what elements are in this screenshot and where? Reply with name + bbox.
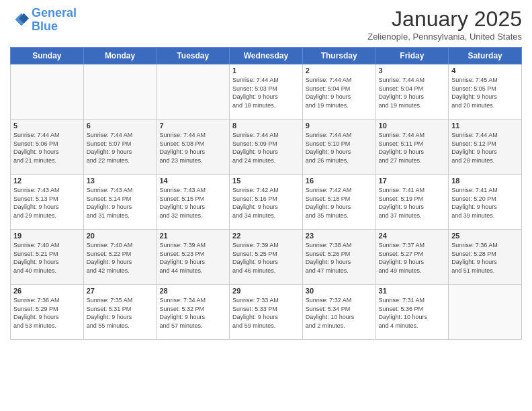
day-number: 28	[159, 287, 226, 295]
day-number: 15	[232, 177, 300, 185]
logo: General Blue	[10, 7, 77, 34]
day-info: Sunrise: 7:43 AM Sunset: 5:13 PM Dayligh…	[13, 186, 81, 220]
day-number: 18	[451, 177, 519, 185]
week-row-3: 12Sunrise: 7:43 AM Sunset: 5:13 PM Dayli…	[11, 175, 522, 230]
day-number: 2	[306, 66, 373, 75]
day-info: Sunrise: 7:43 AM Sunset: 5:14 PM Dayligh…	[87, 186, 154, 220]
day-number: 19	[13, 232, 81, 240]
logo-blue: Blue	[32, 19, 58, 33]
day-info: Sunrise: 7:41 AM Sunset: 5:19 PM Dayligh…	[379, 186, 446, 220]
day-number: 13	[87, 177, 154, 185]
week-row-2: 5Sunrise: 7:44 AM Sunset: 5:06 PM Daylig…	[11, 120, 522, 175]
day-info: Sunrise: 7:39 AM Sunset: 5:23 PM Dayligh…	[159, 241, 226, 275]
day-number: 27	[87, 287, 154, 295]
day-cell: 17Sunrise: 7:41 AM Sunset: 5:19 PM Dayli…	[375, 175, 449, 230]
day-info: Sunrise: 7:41 AM Sunset: 5:20 PM Dayligh…	[451, 186, 519, 220]
day-cell: 22Sunrise: 7:39 AM Sunset: 5:25 PM Dayli…	[230, 230, 303, 285]
day-cell: 5Sunrise: 7:44 AM Sunset: 5:06 PM Daylig…	[11, 120, 84, 175]
page: General Blue January 2025 Zelienople, Pe…	[0, 0, 532, 411]
day-number: 26	[13, 287, 81, 295]
col-tuesday: Tuesday	[157, 48, 230, 64]
day-cell: 16Sunrise: 7:42 AM Sunset: 5:18 PM Dayli…	[302, 175, 375, 230]
logo-general: General	[32, 6, 77, 19]
day-cell	[449, 285, 522, 340]
day-number: 3	[379, 66, 446, 75]
day-info: Sunrise: 7:44 AM Sunset: 5:04 PM Dayligh…	[306, 76, 373, 109]
day-cell: 1Sunrise: 7:44 AM Sunset: 5:03 PM Daylig…	[230, 64, 303, 120]
day-info: Sunrise: 7:42 AM Sunset: 5:18 PM Dayligh…	[306, 186, 373, 220]
day-cell: 21Sunrise: 7:39 AM Sunset: 5:23 PM Dayli…	[157, 230, 230, 285]
day-info: Sunrise: 7:44 AM Sunset: 5:06 PM Dayligh…	[13, 131, 81, 165]
day-info: Sunrise: 7:36 AM Sunset: 5:29 PM Dayligh…	[13, 296, 81, 330]
day-cell: 8Sunrise: 7:44 AM Sunset: 5:09 PM Daylig…	[230, 120, 303, 175]
col-monday: Monday	[83, 48, 157, 64]
day-number: 14	[159, 177, 226, 185]
day-number: 5	[13, 122, 81, 130]
day-number: 29	[232, 287, 300, 295]
calendar-table: Sunday Monday Tuesday Wednesday Thursday…	[10, 47, 522, 340]
day-cell: 10Sunrise: 7:44 AM Sunset: 5:11 PM Dayli…	[375, 120, 449, 175]
day-info: Sunrise: 7:44 AM Sunset: 5:09 PM Dayligh…	[232, 131, 300, 165]
day-info: Sunrise: 7:31 AM Sunset: 5:36 PM Dayligh…	[379, 296, 446, 330]
day-cell: 26Sunrise: 7:36 AM Sunset: 5:29 PM Dayli…	[11, 285, 84, 340]
month-title: January 2025	[367, 7, 522, 32]
day-cell: 3Sunrise: 7:44 AM Sunset: 5:04 PM Daylig…	[375, 64, 449, 120]
day-info: Sunrise: 7:43 AM Sunset: 5:15 PM Dayligh…	[159, 186, 226, 220]
week-row-5: 26Sunrise: 7:36 AM Sunset: 5:29 PM Dayli…	[11, 285, 522, 340]
calendar-header: Sunday Monday Tuesday Wednesday Thursday…	[11, 48, 522, 64]
day-cell: 9Sunrise: 7:44 AM Sunset: 5:10 PM Daylig…	[302, 120, 375, 175]
day-number: 22	[232, 232, 300, 240]
day-info: Sunrise: 7:44 AM Sunset: 5:07 PM Dayligh…	[87, 131, 154, 165]
day-info: Sunrise: 7:34 AM Sunset: 5:32 PM Dayligh…	[159, 296, 226, 330]
day-number: 24	[379, 232, 446, 240]
day-cell: 19Sunrise: 7:40 AM Sunset: 5:21 PM Dayli…	[11, 230, 84, 285]
day-cell	[11, 64, 84, 120]
day-cell: 15Sunrise: 7:42 AM Sunset: 5:16 PM Dayli…	[230, 175, 303, 230]
day-number: 17	[379, 177, 446, 185]
day-cell: 6Sunrise: 7:44 AM Sunset: 5:07 PM Daylig…	[83, 120, 157, 175]
day-info: Sunrise: 7:44 AM Sunset: 5:08 PM Dayligh…	[159, 131, 226, 165]
day-number: 21	[159, 232, 226, 240]
calendar-body: 1Sunrise: 7:44 AM Sunset: 5:03 PM Daylig…	[11, 64, 522, 340]
day-number: 7	[159, 122, 226, 130]
col-sunday: Sunday	[11, 48, 84, 64]
day-cell: 12Sunrise: 7:43 AM Sunset: 5:13 PM Dayli…	[11, 175, 84, 230]
day-cell: 29Sunrise: 7:33 AM Sunset: 5:33 PM Dayli…	[230, 285, 303, 340]
day-info: Sunrise: 7:32 AM Sunset: 5:34 PM Dayligh…	[306, 296, 373, 330]
location: Zelienople, Pennsylvania, United States	[367, 32, 522, 42]
day-cell: 18Sunrise: 7:41 AM Sunset: 5:20 PM Dayli…	[449, 175, 522, 230]
day-number: 8	[232, 122, 300, 130]
week-row-4: 19Sunrise: 7:40 AM Sunset: 5:21 PM Dayli…	[11, 230, 522, 285]
day-info: Sunrise: 7:44 AM Sunset: 5:03 PM Dayligh…	[232, 76, 300, 109]
day-cell	[83, 64, 157, 120]
day-info: Sunrise: 7:44 AM Sunset: 5:11 PM Dayligh…	[379, 131, 446, 165]
day-cell: 24Sunrise: 7:37 AM Sunset: 5:27 PM Dayli…	[375, 230, 449, 285]
week-row-1: 1Sunrise: 7:44 AM Sunset: 5:03 PM Daylig…	[11, 64, 522, 120]
header: General Blue January 2025 Zelienople, Pe…	[10, 7, 522, 42]
day-cell: 14Sunrise: 7:43 AM Sunset: 5:15 PM Dayli…	[157, 175, 230, 230]
day-info: Sunrise: 7:44 AM Sunset: 5:10 PM Dayligh…	[306, 131, 373, 165]
day-cell: 31Sunrise: 7:31 AM Sunset: 5:36 PM Dayli…	[375, 285, 449, 340]
day-info: Sunrise: 7:44 AM Sunset: 5:04 PM Dayligh…	[379, 76, 446, 109]
logo-text: General Blue	[32, 7, 77, 34]
day-info: Sunrise: 7:44 AM Sunset: 5:12 PM Dayligh…	[451, 131, 519, 165]
day-cell	[157, 64, 230, 120]
day-cell: 7Sunrise: 7:44 AM Sunset: 5:08 PM Daylig…	[157, 120, 230, 175]
day-info: Sunrise: 7:38 AM Sunset: 5:26 PM Dayligh…	[306, 241, 373, 275]
day-number: 31	[379, 287, 446, 295]
day-number: 20	[87, 232, 154, 240]
day-cell: 25Sunrise: 7:36 AM Sunset: 5:28 PM Dayli…	[449, 230, 522, 285]
col-thursday: Thursday	[302, 48, 375, 64]
day-number: 16	[306, 177, 373, 185]
day-info: Sunrise: 7:33 AM Sunset: 5:33 PM Dayligh…	[232, 296, 300, 330]
day-number: 30	[306, 287, 373, 295]
day-info: Sunrise: 7:36 AM Sunset: 5:28 PM Dayligh…	[451, 241, 519, 275]
day-number: 23	[306, 232, 373, 240]
day-info: Sunrise: 7:40 AM Sunset: 5:22 PM Dayligh…	[87, 241, 154, 275]
day-info: Sunrise: 7:40 AM Sunset: 5:21 PM Dayligh…	[13, 241, 81, 275]
header-row: Sunday Monday Tuesday Wednesday Thursday…	[11, 48, 522, 64]
title-block: January 2025 Zelienople, Pennsylvania, U…	[367, 7, 522, 42]
day-info: Sunrise: 7:35 AM Sunset: 5:31 PM Dayligh…	[87, 296, 154, 330]
col-wednesday: Wednesday	[230, 48, 303, 64]
day-info: Sunrise: 7:39 AM Sunset: 5:25 PM Dayligh…	[232, 241, 300, 275]
